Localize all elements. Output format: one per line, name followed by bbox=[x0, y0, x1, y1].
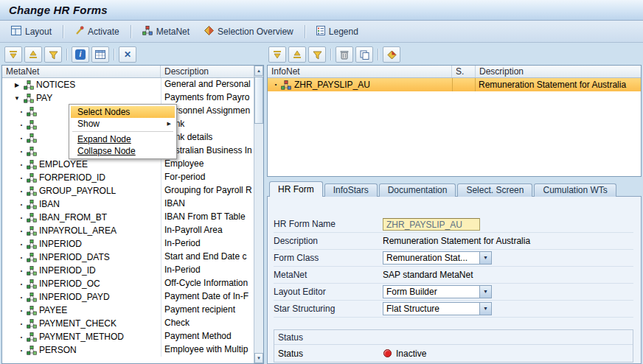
tab-cumulation-wts[interactable]: Cumulation WTs bbox=[534, 183, 616, 197]
tree-row[interactable]: •FORPERIOD_IDFor-period bbox=[2, 171, 254, 184]
scroll-up-button[interactable]: ▲ bbox=[254, 66, 263, 76]
field-row-metanet: MetaNetSAP standard MetaNet bbox=[274, 267, 633, 284]
tree-row[interactable]: •PAYMENT_METHODPayment Method bbox=[2, 330, 254, 343]
tree-row[interactable]: •INPERIOD_IDIn-Period bbox=[2, 264, 254, 277]
combo-dropdown-icon[interactable]: ▼ bbox=[479, 252, 491, 264]
hr-form-name-input[interactable]: ZHR_PAYSLIP_AU bbox=[383, 218, 480, 231]
filter-icon bbox=[313, 50, 322, 60]
tree-node-description: Employee bbox=[161, 158, 254, 171]
metanet-node-icon bbox=[27, 133, 37, 143]
layout-editor-dropdown[interactable]: Form Builder▼ bbox=[383, 285, 492, 298]
field-row-form-class: Form ClassRemuneration Stat...▼ bbox=[274, 250, 633, 267]
tree-row[interactable]: ▶NOTICESGeneral and Personal bbox=[2, 78, 254, 91]
tree-row[interactable]: •IBAN_FROM_BTIBAN From BT Table bbox=[2, 211, 254, 224]
legend-button[interactable]: Legend bbox=[310, 23, 365, 41]
tree-row[interactable]: •GROUP_PAYROLLGrouping for Payroll R bbox=[2, 184, 254, 197]
metanet-button[interactable]: MetaNet bbox=[136, 23, 196, 41]
scroll-down-button[interactable]: ▼ bbox=[254, 353, 263, 363]
field-row-star-structuring: Star StructuringFlat Structure▼ bbox=[274, 301, 633, 318]
tree-row[interactable]: •PERSONEmployee with Multip bbox=[2, 343, 254, 357]
layout-button-label: Layout bbox=[25, 27, 52, 37]
tree-expander-icon[interactable]: ▶ bbox=[13, 82, 21, 88]
selection-button[interactable] bbox=[383, 46, 400, 63]
collapse-all-button[interactable] bbox=[268, 46, 286, 63]
scroll-thumb[interactable] bbox=[254, 77, 263, 124]
collapse-all-icon bbox=[9, 50, 18, 59]
tab-infostars[interactable]: InfoStars bbox=[324, 183, 378, 197]
legend-icon bbox=[316, 26, 325, 38]
application-toolbar: Layout Activate MetaNet Selection Overvi… bbox=[0, 21, 643, 43]
star-structuring-dropdown[interactable]: Flat Structure▼ bbox=[383, 302, 492, 315]
expand-all-button[interactable] bbox=[288, 46, 306, 63]
menu-item-expand-node[interactable]: Expand Node bbox=[71, 133, 175, 145]
metanet-node-icon bbox=[27, 266, 37, 276]
tree-node-label: PERSON bbox=[39, 345, 77, 355]
tree-node-description: Employee with Multip bbox=[161, 343, 254, 357]
tree-node-description: Payments from Payro bbox=[161, 91, 254, 105]
toolbar-separator bbox=[66, 49, 67, 60]
tree-node-description: For-period bbox=[161, 171, 254, 184]
tree-row[interactable]: •EMPLOYEEEmployee bbox=[2, 158, 254, 171]
infonet-row[interactable]: •ZHR_PAYSLIP_AURemuneration Statement fo… bbox=[268, 78, 641, 91]
tree-leaf-bullet: • bbox=[18, 295, 24, 300]
filter-button[interactable] bbox=[308, 46, 326, 63]
hr-form-fields: HR Form NameZHR_PAYSLIP_AUDescriptionRem… bbox=[274, 216, 633, 318]
expand-all-button[interactable] bbox=[24, 46, 42, 63]
selection-overview-button[interactable]: Selection Overview bbox=[198, 23, 300, 41]
menu-item-select-nodes[interactable]: Select Nodes bbox=[71, 106, 175, 118]
combo-dropdown-icon[interactable]: ▼ bbox=[479, 286, 491, 298]
combo-dropdown-icon[interactable]: ▼ bbox=[479, 303, 491, 315]
tree-expander-icon[interactable]: ▼ bbox=[13, 95, 21, 102]
tree-row[interactable]: ▼PAYPayments from Payro bbox=[2, 91, 254, 105]
tree-node-description: In-Payroll Area bbox=[161, 224, 254, 237]
tab-documentation[interactable]: Documentation bbox=[379, 183, 456, 197]
delete-button[interactable] bbox=[336, 46, 353, 63]
status-group: Status Status Inactive bbox=[274, 329, 633, 363]
info-icon: i bbox=[75, 49, 86, 60]
column-header-description: Description bbox=[476, 66, 641, 77]
tree-node: •IBAN_FROM_BT bbox=[2, 211, 161, 224]
metanet-node-icon bbox=[27, 319, 37, 329]
tree-leaf-bullet: • bbox=[18, 281, 24, 287]
menu-item-collapse-node[interactable]: Collapse Node bbox=[71, 145, 175, 157]
tree-node-label: INPERIOD_ID bbox=[39, 265, 96, 276]
tree-node: •INPERIOD_DATS bbox=[2, 251, 161, 264]
expand-all-icon bbox=[293, 50, 302, 59]
filter-button[interactable] bbox=[44, 46, 62, 63]
tree-row[interactable]: •PAYMENT_CHECKCheck bbox=[2, 317, 254, 330]
tree-node: •PAYMENT_CHECK bbox=[2, 317, 161, 330]
filter-icon bbox=[49, 50, 58, 60]
field-row-description: DescriptionRemuneration Statement for Au… bbox=[274, 233, 633, 250]
tree-column-headers: MetaNet Description bbox=[2, 66, 254, 78]
form-class-dropdown[interactable]: Remuneration Stat...▼ bbox=[383, 251, 492, 265]
tree-node-description: Start and End Date c bbox=[161, 251, 254, 264]
tree-row[interactable]: •PAYEEPayment recipient bbox=[2, 304, 254, 317]
close-button[interactable]: ✕ bbox=[119, 46, 136, 63]
tree-row[interactable]: •INPERIOD_OCOff-Cycle Information bbox=[2, 277, 254, 290]
tab-hr-form[interactable]: HR Form bbox=[269, 181, 323, 197]
tree-node-description: Payment Date of In-F bbox=[161, 290, 254, 304]
menu-item-label: Collapse Node bbox=[77, 146, 136, 156]
tree-scrollbar[interactable]: ▲ ▼ bbox=[254, 66, 263, 363]
tree-toolbar: i ✕ bbox=[4, 44, 136, 65]
infonet-node-icon bbox=[281, 80, 291, 90]
infonet-row-status-cell bbox=[452, 78, 476, 91]
info-button[interactable]: i bbox=[72, 46, 89, 63]
tab-select-screen[interactable]: Select. Screen bbox=[457, 183, 532, 197]
tree-leaf-bullet: • bbox=[18, 149, 24, 154]
toolbar-separator bbox=[63, 25, 63, 38]
collapse-all-button[interactable] bbox=[4, 46, 22, 63]
layout-button[interactable]: Layout bbox=[4, 23, 58, 41]
tree-row[interactable]: •INPERIODIn-Period bbox=[2, 237, 254, 251]
tree-node-label: PAYMENT_METHOD bbox=[39, 332, 124, 342]
column-header-status: S. bbox=[452, 66, 476, 77]
activate-button[interactable]: Activate bbox=[68, 23, 126, 41]
menu-item-show[interactable]: Show▶ bbox=[71, 118, 175, 130]
copy-button[interactable] bbox=[355, 46, 373, 63]
tree-row[interactable]: •INPAYROLL_AREAIn-Payroll Area bbox=[2, 224, 254, 237]
tree-row[interactable]: •IBANIBAN bbox=[2, 197, 254, 211]
tree-row[interactable]: •INPERIOD_PAYDPayment Date of In-F bbox=[2, 290, 254, 304]
tree-row[interactable]: •INPERIOD_DATSStart and End Date c bbox=[2, 251, 254, 264]
status-label: Status bbox=[278, 349, 383, 359]
table-view-button[interactable] bbox=[91, 46, 109, 63]
